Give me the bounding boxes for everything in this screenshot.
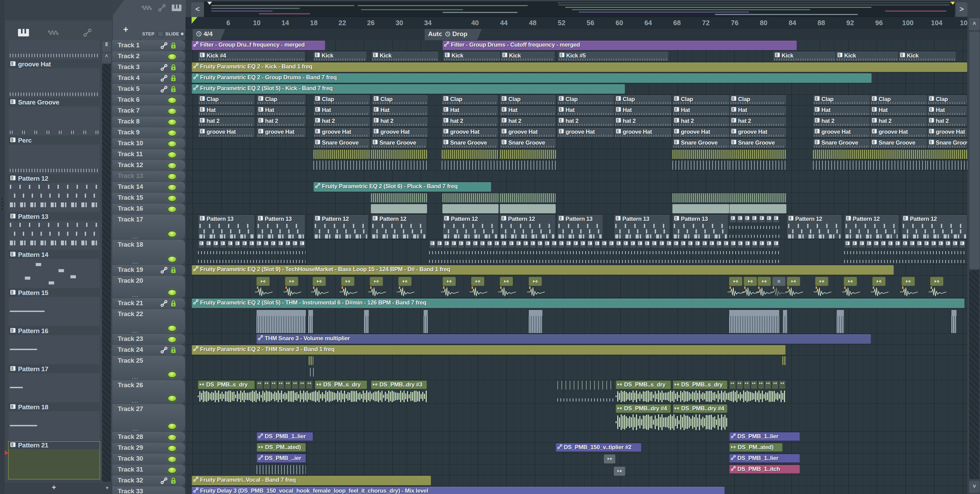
tiny-pattern-clip[interactable] — [212, 240, 219, 248]
tiny-pattern-clip[interactable] — [666, 240, 672, 248]
tiny-audio-clip[interactable] — [278, 380, 285, 389]
tiny-pattern-clip[interactable] — [773, 215, 780, 223]
pattern-clip[interactable]: Hat — [500, 106, 556, 116]
playlist-grid[interactable]: Filter - Group Dru..f frequency - merged… — [185, 40, 967, 494]
pattern-clip[interactable]: hat 2 — [372, 117, 428, 127]
tiny-pattern-clip[interactable] — [572, 240, 579, 248]
pattern-clip[interactable]: groove Hat — [927, 127, 967, 137]
note-stripe-clip[interactable] — [442, 160, 498, 170]
track-lane-17[interactable]: Pattern 13 Pattern 13 Pattern 12 Pattern… — [185, 214, 967, 240]
pattern-entry-perc[interactable]: Perc — [8, 137, 100, 174]
timeline-ruler[interactable]: 6101418222630344044485256606468727680848… — [185, 17, 967, 29]
track-header-track-5[interactable]: Track 5 — [112, 84, 185, 94]
link-icon[interactable] — [158, 4, 166, 13]
tiny-pattern-clip[interactable] — [205, 240, 212, 248]
pattern-clip[interactable]: Kick #5 — [558, 51, 669, 61]
tiny-pattern-clip[interactable] — [241, 240, 248, 248]
track-header-track-31[interactable]: Track 31 — [112, 464, 185, 475]
keyboard-icon[interactable] — [172, 4, 182, 13]
audio-clip-label[interactable]: DS_PMB..s_dry — [616, 380, 671, 389]
tiny-audio-clip[interactable] — [285, 380, 292, 389]
tiny-audio-clip[interactable] — [263, 380, 270, 389]
automation-mini-clip[interactable]: DS_PMB_1..itch — [729, 465, 800, 473]
track-lane-31[interactable]: DS_PMB_1..itch — [185, 464, 967, 475]
track-lane-6[interactable]: ClapClapClapClapClapClapClapClapClapClap… — [185, 95, 967, 105]
tiny-pattern-clip[interactable] — [723, 240, 730, 248]
tiny-pattern-clip[interactable] — [765, 240, 772, 248]
pattern-clip[interactable]: Kick #4 — [198, 51, 305, 61]
track-lane-19[interactable]: Fruity Parametric EQ 2 (Slot 9) - TechHo… — [185, 265, 967, 276]
automation-clip[interactable]: Fruity Parametric EQ 2 (Slot 9) - TechHo… — [192, 265, 894, 275]
pattern-entry-groove-hat[interactable]: groove Hat — [8, 60, 100, 98]
picker-scroll-up[interactable]: ˄ — [102, 53, 111, 63]
note-stripe-clip[interactable] — [371, 204, 427, 213]
wave-icon[interactable] — [142, 4, 153, 13]
audio-oneshot-badge[interactable] — [256, 276, 270, 286]
audio-oneshot-badge[interactable] — [442, 276, 456, 286]
tiny-pattern-clip[interactable] — [256, 240, 262, 248]
tiny-pattern-clip[interactable] — [959, 240, 966, 248]
tiny-pattern-clip[interactable] — [234, 240, 241, 248]
pattern-clip[interactable]: Hat — [614, 106, 672, 116]
tiny-pattern-clip[interactable] — [751, 240, 758, 248]
pattern-clip[interactable]: hat 2 — [730, 117, 786, 127]
pattern-clip[interactable]: Kick — [371, 51, 439, 61]
pattern-entry-snare-groove[interactable]: Snare Groove — [8, 98, 100, 136]
pattern-clip[interactable]: groove Hat — [313, 127, 370, 137]
tiny-pattern-clip[interactable] — [537, 240, 543, 248]
tiny-pattern-clip-group[interactable] — [429, 240, 780, 248]
track-lane-15[interactable] — [185, 192, 967, 203]
track-led[interactable] — [167, 423, 177, 430]
tiny-audio-clip[interactable] — [772, 380, 778, 389]
track-led[interactable] — [167, 231, 177, 237]
tiny-pattern-clip[interactable] — [587, 240, 593, 248]
pattern-clip[interactable]: Pattern 12 — [901, 215, 967, 239]
pattern-clip[interactable]: Clap — [927, 95, 967, 105]
keyboard-icon[interactable] — [18, 29, 29, 38]
tiny-pattern-clip[interactable] — [730, 215, 737, 223]
note-stripe-clip[interactable] — [309, 356, 313, 365]
tiny-audio-clip-group[interactable] — [256, 380, 313, 389]
track-lock-icon[interactable] — [170, 477, 177, 486]
automation-clip[interactable]: Fruity Delay 3 (DS_PMB_150_vocal_hook_fe… — [192, 486, 725, 494]
track-lane-1[interactable]: Filter - Group Dru..f frequency - merged… — [185, 40, 967, 51]
pattern-clip[interactable]: Snare Groove — [371, 138, 427, 148]
tiny-pattern-clip[interactable] — [716, 240, 722, 248]
pattern-clip[interactable]: Snare Groove — [927, 138, 967, 148]
tiny-pattern-clip[interactable] — [902, 240, 908, 248]
tiny-pattern-clip[interactable] — [515, 240, 522, 248]
tiny-pattern-clip[interactable] — [952, 240, 959, 248]
audio-oneshot-badge[interactable] — [528, 276, 542, 286]
audio-oneshot-badge[interactable] — [471, 276, 485, 286]
audio-oneshot-badge[interactable] — [369, 276, 383, 286]
pattern-clip[interactable]: groove Hat — [198, 127, 255, 137]
tiny-pattern-clip[interactable] — [285, 240, 291, 248]
track-lane-27[interactable]: DS_PMB..dry #4DS_PMB..dry #4 — [185, 404, 967, 432]
pattern-clip[interactable]: Snare Groove — [730, 138, 786, 148]
audio-wave-clip[interactable] — [423, 310, 428, 334]
note-stripe-clip[interactable] — [500, 204, 556, 213]
picker-scrollbar-track[interactable] — [102, 64, 111, 482]
tiny-pattern-clip-group[interactable] — [198, 240, 305, 248]
note-stripe-clip[interactable] — [813, 150, 870, 159]
track-led[interactable] — [167, 467, 177, 473]
tiny-pattern-clip[interactable] — [680, 240, 687, 248]
add-pattern-button[interactable]: + — [52, 483, 56, 492]
tiny-pattern-clip[interactable] — [530, 240, 536, 248]
pattern-clip[interactable]: Kick — [313, 51, 367, 61]
tiny-pattern-clip[interactable] — [759, 215, 765, 223]
tiny-pattern-clip[interactable] — [916, 240, 923, 248]
pattern-clip[interactable]: hat 2 — [870, 117, 927, 127]
pattern-clip[interactable]: Kick — [773, 51, 836, 61]
tiny-pattern-clip-group[interactable] — [730, 215, 780, 223]
track-led[interactable] — [167, 173, 177, 180]
tiny-pattern-clip[interactable] — [844, 240, 851, 248]
audio-clip-label[interactable]: DS_PMB..s_dry — [673, 380, 727, 389]
tiny-pattern-clip[interactable] — [744, 240, 751, 248]
tiny-audio-clip[interactable] — [270, 380, 277, 389]
tiny-pattern-clip[interactable] — [687, 240, 694, 248]
note-stripe-clip[interactable] — [813, 160, 870, 170]
note-stripe-clip[interactable] — [500, 160, 556, 170]
automation-clip[interactable]: Filter - Group Dru..f frequency - merged — [192, 40, 325, 50]
automation-clip[interactable]: Fruity Parametric EQ 2 - Kick - Band 1 f… — [192, 62, 967, 72]
